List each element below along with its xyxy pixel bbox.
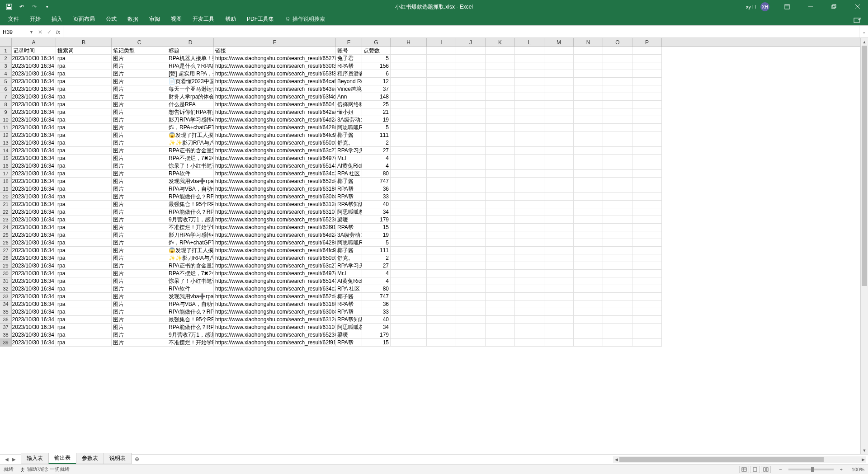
cell[interactable] bbox=[574, 331, 603, 339]
cell[interactable] bbox=[427, 155, 456, 162]
cell[interactable] bbox=[456, 208, 486, 216]
cell[interactable]: 最强集合！95个RPA bbox=[167, 316, 214, 324]
cell[interactable]: 111 bbox=[362, 131, 391, 139]
cell[interactable] bbox=[603, 178, 632, 185]
cell[interactable] bbox=[486, 116, 515, 124]
cell[interactable]: https://www.xiaohongshu.com/search_resul… bbox=[214, 239, 336, 247]
cell[interactable] bbox=[632, 55, 662, 62]
cell[interactable]: 15 bbox=[362, 224, 391, 231]
cell[interactable]: 惊呆了！小红书笔记 bbox=[167, 277, 214, 285]
row-header[interactable]: 16 bbox=[0, 162, 12, 170]
cell[interactable] bbox=[544, 224, 574, 231]
cell[interactable]: rpa bbox=[56, 116, 112, 124]
row-header[interactable]: 33 bbox=[0, 293, 12, 300]
cell[interactable] bbox=[427, 116, 456, 124]
row-header[interactable]: 12 bbox=[0, 131, 12, 139]
sheet-nav-next[interactable]: ▶ bbox=[11, 457, 17, 462]
cell[interactable]: 图片 bbox=[112, 85, 167, 93]
cell[interactable]: RPA软件 bbox=[167, 170, 214, 178]
row-header[interactable]: 2 bbox=[0, 55, 12, 62]
cell[interactable] bbox=[632, 201, 662, 208]
cell[interactable] bbox=[486, 55, 515, 62]
cell[interactable] bbox=[515, 116, 544, 124]
cell[interactable]: Vince跨境 bbox=[336, 85, 362, 93]
cell[interactable] bbox=[544, 293, 574, 300]
row-header[interactable]: 32 bbox=[0, 285, 12, 293]
cell[interactable] bbox=[632, 324, 662, 331]
cell[interactable] bbox=[456, 262, 486, 270]
cell[interactable] bbox=[632, 62, 662, 70]
cell[interactable]: 5 bbox=[362, 55, 391, 62]
cell[interactable] bbox=[544, 300, 574, 308]
cell[interactable] bbox=[544, 270, 574, 277]
vertical-scrollbar[interactable]: ▲ ▼ bbox=[860, 38, 868, 454]
cell[interactable] bbox=[544, 308, 574, 316]
cell[interactable]: rpa bbox=[56, 201, 112, 208]
cell[interactable] bbox=[486, 139, 515, 147]
cell[interactable]: 影刀RPA学习感悟4 bbox=[167, 116, 214, 124]
cell[interactable] bbox=[456, 216, 486, 224]
cell[interactable] bbox=[603, 270, 632, 277]
cell[interactable]: 2023/10/30 16:34 bbox=[12, 308, 56, 316]
cell[interactable] bbox=[456, 139, 486, 147]
cell[interactable]: RPA不摆烂，7✖24 bbox=[167, 155, 214, 162]
cell[interactable] bbox=[515, 247, 544, 254]
cell[interactable]: 2023/10/30 16:34 bbox=[12, 101, 56, 108]
cell[interactable] bbox=[544, 231, 574, 239]
cell[interactable]: 图片 bbox=[112, 293, 167, 300]
cell[interactable] bbox=[391, 93, 427, 101]
cell[interactable] bbox=[544, 55, 574, 62]
cell[interactable] bbox=[515, 316, 544, 324]
cell[interactable] bbox=[391, 139, 427, 147]
cell[interactable] bbox=[515, 170, 544, 178]
cell[interactable]: 36 bbox=[362, 185, 391, 193]
cell[interactable]: https://www.xiaohongshu.com/search_resul… bbox=[214, 70, 336, 78]
cell[interactable]: 图片 bbox=[112, 162, 167, 170]
cell[interactable] bbox=[456, 270, 486, 277]
cell[interactable]: 2023/10/30 16:34 bbox=[12, 147, 56, 155]
cell[interactable]: RPA帮 bbox=[336, 185, 362, 193]
cell[interactable]: 阿思呱呱RP bbox=[336, 124, 362, 131]
cell[interactable] bbox=[632, 70, 662, 78]
cell[interactable] bbox=[544, 162, 574, 170]
cell[interactable] bbox=[391, 300, 427, 308]
cell[interactable]: https://www.xiaohongshu.com/search_resul… bbox=[214, 231, 336, 239]
cell[interactable] bbox=[574, 78, 603, 85]
cell[interactable] bbox=[391, 78, 427, 85]
cell[interactable]: https://www.xiaohongshu.com/search_resul… bbox=[214, 155, 336, 162]
cell[interactable]: 图片 bbox=[112, 208, 167, 216]
cell[interactable] bbox=[603, 316, 632, 324]
cell[interactable] bbox=[391, 308, 427, 316]
cell[interactable] bbox=[515, 131, 544, 139]
cell[interactable]: RPA 社区 bbox=[336, 170, 362, 178]
cell[interactable] bbox=[515, 324, 544, 331]
cell[interactable]: rpa bbox=[56, 339, 112, 347]
cell[interactable] bbox=[632, 316, 662, 324]
cell[interactable]: 9月营收7万1，感谢 bbox=[167, 331, 214, 339]
cell[interactable] bbox=[544, 124, 574, 131]
cell[interactable] bbox=[544, 247, 574, 254]
cell[interactable]: 图片 bbox=[112, 285, 167, 293]
cell[interactable]: 图片 bbox=[112, 254, 167, 262]
cell[interactable]: 😱发现了打工人摸 bbox=[167, 247, 214, 254]
cell[interactable]: rpa bbox=[56, 262, 112, 270]
share-button[interactable] bbox=[851, 15, 863, 25]
cell[interactable]: rpa bbox=[56, 101, 112, 108]
cell[interactable] bbox=[632, 162, 662, 170]
row-header[interactable]: 31 bbox=[0, 277, 12, 285]
cell[interactable] bbox=[574, 239, 603, 247]
cell[interactable]: RPA帮 bbox=[336, 193, 362, 201]
cell[interactable] bbox=[544, 193, 574, 201]
cell[interactable] bbox=[391, 85, 427, 93]
cell[interactable]: 笔记类型 bbox=[112, 47, 167, 55]
cell[interactable]: https://www.xiaohongshu.com/search_resul… bbox=[214, 170, 336, 178]
cell[interactable]: 21 bbox=[362, 108, 391, 116]
cell[interactable]: https://www.xiaohongshu.com/search_resul… bbox=[214, 270, 336, 277]
minimize-button[interactable] bbox=[800, 0, 821, 14]
cell[interactable] bbox=[486, 216, 515, 224]
cell[interactable] bbox=[603, 85, 632, 93]
column-header-E[interactable]: E bbox=[214, 38, 336, 47]
cell[interactable]: https://www.xiaohongshu.com/search_resul… bbox=[214, 139, 336, 147]
cell[interactable] bbox=[486, 178, 515, 185]
cell[interactable]: 最强集合！95个RPA bbox=[167, 201, 214, 208]
